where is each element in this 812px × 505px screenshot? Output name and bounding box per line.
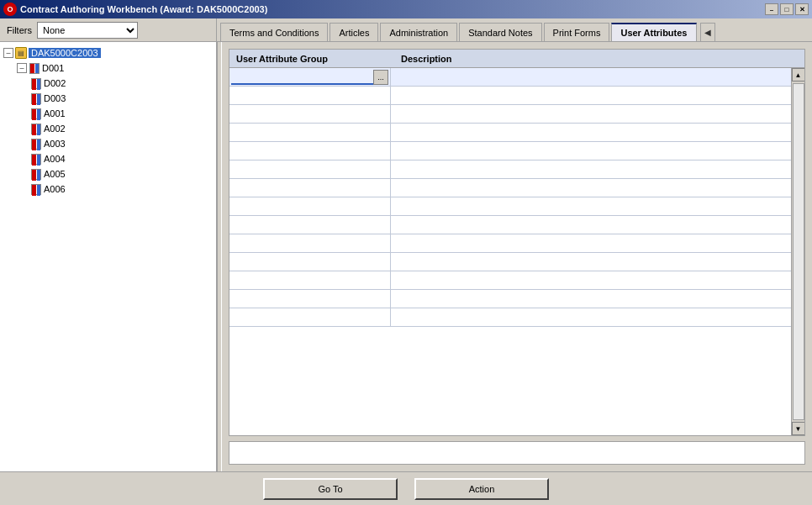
ua-cell-desc <box>391 308 791 326</box>
ua-browse-button[interactable]: ... <box>373 70 388 85</box>
window-title: Contract Authoring Workbench (Award: DAK… <box>20 4 765 14</box>
tree-item-d002[interactable]: D002 <box>0 76 216 91</box>
ua-cell-desc <box>391 234 791 252</box>
tree-item-label: A006 <box>44 184 66 194</box>
ua-group-input-7[interactable] <box>231 218 388 233</box>
ua-desc-input-10[interactable] <box>393 273 789 288</box>
ua-group-input-6[interactable] <box>231 199 388 214</box>
ua-row <box>229 290 791 308</box>
ua-group-input[interactable] <box>231 70 373 85</box>
maximize-button[interactable]: □ <box>780 3 794 15</box>
ua-desc-input-6[interactable] <box>393 199 789 214</box>
ua-group-input-11[interactable] <box>231 292 388 307</box>
ua-desc-input-2[interactable] <box>393 125 789 140</box>
tab-administration[interactable]: Administration <box>380 23 457 41</box>
tree-root[interactable]: – ▤ DAK5000C2003 <box>0 45 216 60</box>
tree-a001-icon <box>30 108 42 119</box>
ua-cell-desc <box>391 179 791 197</box>
close-button[interactable]: ✕ <box>795 3 809 15</box>
ua-cell-group <box>229 105 391 123</box>
ua-desc-input-9[interactable] <box>393 255 789 270</box>
ua-desc-input-8[interactable] <box>393 236 789 251</box>
ua-desc-input-1[interactable] <box>393 107 789 122</box>
ua-group-input-12[interactable] <box>231 310 388 325</box>
ua-row <box>229 105 791 124</box>
ua-row <box>229 87 791 105</box>
ua-cell-desc <box>391 105 791 123</box>
tree-item-a001[interactable]: A001 <box>0 106 216 121</box>
ua-row <box>229 197 791 216</box>
ua-cell-group <box>229 197 391 215</box>
ua-cell-group <box>229 271 391 289</box>
filters-select[interactable]: None <box>37 22 138 39</box>
tree-d003-icon <box>30 92 42 104</box>
ua-group-input-1[interactable] <box>231 107 388 122</box>
ua-group-input-3[interactable] <box>231 144 388 159</box>
tree-item-a006[interactable]: A006 <box>0 181 216 197</box>
tab-terms[interactable]: Terms and Conditions <box>220 23 328 41</box>
ua-desc-input-7[interactable] <box>393 218 789 233</box>
ua-desc-input-3[interactable] <box>393 144 789 159</box>
ua-desc-input-12[interactable] <box>393 310 789 325</box>
ua-cell-desc <box>391 197 791 215</box>
tree-root-expander[interactable]: – <box>3 48 13 58</box>
ua-group-input-2[interactable] <box>231 125 388 140</box>
tree-item-a005[interactable]: A005 <box>0 166 216 181</box>
ua-col-group-header: User Attribute Group <box>233 54 398 64</box>
ua-cell-desc <box>391 253 791 271</box>
tree-d001-expander[interactable]: – <box>17 63 27 73</box>
ua-col-desc-header: Description <box>398 54 788 64</box>
ua-row <box>229 216 791 234</box>
ua-row <box>229 124 791 142</box>
ua-cell-group <box>229 234 391 252</box>
ua-cell-desc <box>391 160 791 178</box>
goto-button[interactable]: Go To <box>263 478 398 500</box>
tab-scroll-right[interactable]: ◀ <box>700 23 715 41</box>
ua-cell-group: ... <box>229 68 391 86</box>
main-container: Filters None Terms and Conditions Articl… <box>0 18 812 505</box>
ua-group-input-8[interactable] <box>231 236 388 251</box>
ua-cell-group <box>229 179 391 197</box>
tree-item-a002[interactable]: A002 <box>0 121 216 136</box>
tree-item-label: A003 <box>44 139 66 149</box>
ua-cell-desc <box>391 271 791 289</box>
filters-area: Filters None <box>0 18 217 41</box>
minimize-button[interactable]: – <box>765 3 778 15</box>
bottom-text-area <box>229 441 805 465</box>
tab-print-forms[interactable]: Print Forms <box>544 23 610 41</box>
ua-row <box>229 253 791 271</box>
ua-cell-group <box>229 160 391 178</box>
tab-user-attributes[interactable]: User Attributes <box>611 23 696 41</box>
ua-row: ... <box>229 68 791 87</box>
ua-cell-desc <box>391 124 791 141</box>
ua-desc-input-4[interactable] <box>393 162 789 177</box>
ua-row <box>229 234 791 253</box>
tab-articles[interactable]: Articles <box>330 23 378 41</box>
tree-item-a004[interactable]: A004 <box>0 151 216 166</box>
tab-standard-notes[interactable]: Standard Notes <box>459 23 541 41</box>
tree-a005-icon <box>30 168 42 180</box>
ua-group-input-5[interactable] <box>231 181 388 196</box>
scroll-up-button[interactable]: ▲ <box>792 68 805 82</box>
ua-group-input-0[interactable] <box>231 88 388 103</box>
ua-row <box>229 160 791 179</box>
tree-item-d001-parent[interactable]: – D001 <box>0 60 216 76</box>
action-button[interactable]: Action <box>414 478 549 500</box>
ua-scrollbar: ▲ ▼ <box>791 68 804 435</box>
tree-root-label: DAK5000C2003 <box>29 48 101 58</box>
tree-item-label: A001 <box>44 108 66 118</box>
tree-a002-icon <box>30 123 42 134</box>
ua-grid-container: User Attribute Group Description ... <box>229 49 805 436</box>
scroll-down-button[interactable]: ▼ <box>792 422 805 435</box>
ua-group-input-10[interactable] <box>231 273 388 288</box>
ua-cell-group <box>229 87 391 104</box>
tree-item-a003[interactable]: A003 <box>0 136 216 151</box>
ua-group-input-9[interactable] <box>231 255 388 270</box>
ua-desc-input-5[interactable] <box>393 181 789 196</box>
scroll-track[interactable] <box>793 83 804 420</box>
ua-desc-input[interactable] <box>393 70 789 85</box>
ua-desc-input-0[interactable] <box>393 88 789 103</box>
ua-group-input-4[interactable] <box>231 162 388 177</box>
tree-item-d003[interactable]: D003 <box>0 91 216 106</box>
ua-desc-input-11[interactable] <box>393 292 789 307</box>
